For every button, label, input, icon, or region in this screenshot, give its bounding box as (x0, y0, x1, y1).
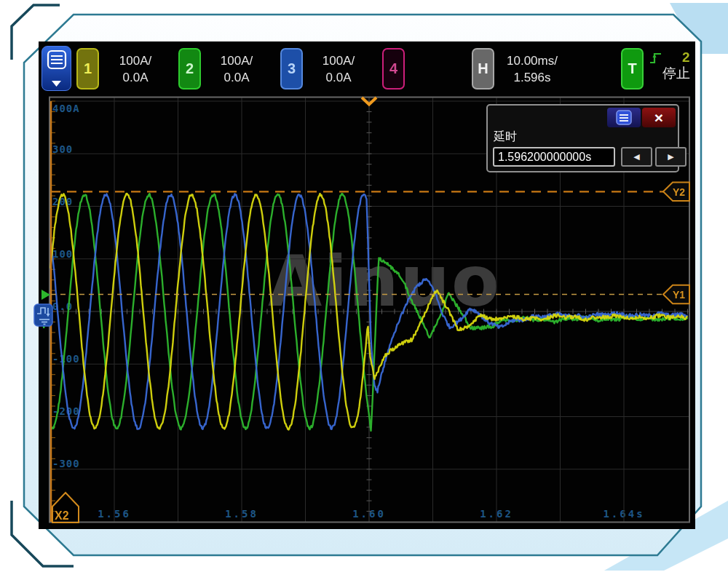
trigger-button[interactable]: T (621, 48, 644, 90)
dialog-menu-button[interactable] (607, 108, 641, 127)
dialog-hamburger-icon (615, 110, 633, 125)
delay-decrease-button[interactable]: ◀ (621, 147, 652, 167)
horizontal-scale: 10.00ms/ (499, 52, 566, 69)
horizontal-readout: 10.00ms/ 1.596s (499, 52, 566, 86)
channel-3-button[interactable]: 3 (280, 48, 303, 90)
delay-dialog: × 延时 ◀ ▶ (486, 104, 679, 172)
channel-4-button[interactable]: 4 (382, 48, 405, 90)
horizontal-button[interactable]: H (472, 48, 494, 90)
channel-1-scale: 100A/ (109, 52, 162, 69)
app-window: Ainuo 400A 300 200 100 0.0 -100 -200 -30… (0, 0, 728, 572)
delay-input[interactable] (493, 147, 615, 167)
menu-dropdown-arrow-icon (52, 81, 61, 87)
channel-2-offset: 0.0A (210, 69, 263, 86)
close-icon: × (654, 109, 663, 127)
delay-increase-button[interactable]: ▶ (655, 147, 687, 167)
channel-3-scale: 100A/ (312, 52, 365, 69)
left-arrow-icon: ◀ (633, 152, 639, 162)
trigger-source: 2 (682, 49, 690, 65)
trigger-edge-icon (649, 50, 663, 65)
channel-3-readout: 100A/ 0.0A (312, 52, 365, 86)
horizontal-position: 1.596s (499, 69, 566, 86)
trigger-status: 停止 (662, 64, 690, 83)
channel-2-scale: 100A/ (210, 52, 263, 69)
oscilloscope-screen: Ainuo 400A 300 200 100 0.0 -100 -200 -30… (39, 41, 695, 529)
delay-label: 延时 (494, 130, 517, 145)
hamburger-icon (42, 47, 71, 90)
right-arrow-icon: ▶ (668, 152, 673, 162)
channel-1-readout: 100A/ 0.0A (109, 52, 162, 86)
channel-1-offset: 0.0A (109, 69, 162, 86)
channel-2-button[interactable]: 2 (178, 48, 201, 90)
channel-2-readout: 100A/ 0.0A (210, 52, 263, 86)
main-menu-button[interactable] (41, 46, 71, 91)
dialog-close-button[interactable]: × (642, 108, 676, 127)
channel-3-offset: 0.0A (312, 69, 365, 86)
channel-1-button[interactable]: 1 (76, 48, 99, 90)
